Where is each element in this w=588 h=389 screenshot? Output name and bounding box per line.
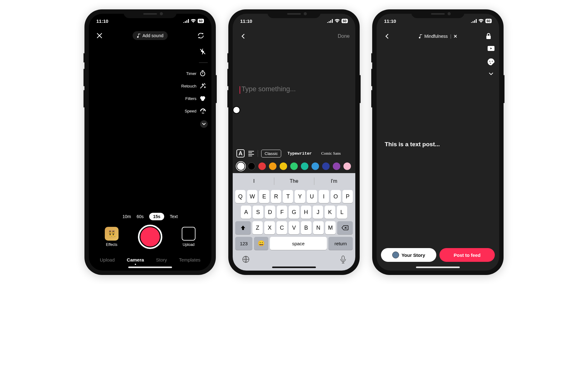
music-note-icon: [137, 33, 141, 38]
tab-upload[interactable]: Upload: [100, 257, 115, 262]
key-o[interactable]: O: [331, 190, 341, 203]
record-button[interactable]: [138, 225, 162, 249]
close-icon[interactable]: [94, 31, 104, 41]
font-comic-sans[interactable]: Comic Sans: [318, 150, 344, 157]
globe-key[interactable]: [242, 256, 250, 264]
key-r[interactable]: R: [271, 190, 281, 203]
font-typewriter[interactable]: Typewriter: [284, 150, 315, 157]
suggestion[interactable]: I: [234, 175, 274, 187]
key-j[interactable]: J: [313, 206, 323, 219]
effects-button[interactable]: 👯 Effects: [105, 227, 119, 247]
emoji-key[interactable]: 😀: [254, 237, 268, 250]
mic-key[interactable]: [340, 256, 346, 264]
home-indicator[interactable]: [416, 267, 460, 268]
home-indicator[interactable]: [128, 267, 172, 268]
shift-key[interactable]: [235, 221, 251, 234]
key-h[interactable]: H: [301, 206, 311, 219]
color-swatch[interactable]: [237, 162, 245, 170]
upload-button[interactable]: Upload: [182, 227, 195, 247]
key-y[interactable]: Y: [295, 190, 305, 203]
text-style-button[interactable]: A: [236, 149, 245, 157]
key-t[interactable]: T: [283, 190, 293, 203]
home-indicator[interactable]: [272, 267, 316, 268]
background-color-handle[interactable]: [233, 107, 240, 113]
key-z[interactable]: Z: [252, 221, 263, 234]
font-classic[interactable]: Classic: [261, 150, 281, 157]
chevron-down-icon: [489, 72, 493, 75]
color-swatch[interactable]: [301, 162, 308, 170]
duration-10m[interactable]: 10m: [123, 214, 131, 219]
key-l[interactable]: L: [337, 206, 347, 219]
key-e[interactable]: E: [259, 190, 269, 203]
stickers-button[interactable]: [487, 58, 495, 66]
svg-text:1x: 1x: [202, 112, 204, 114]
color-swatch[interactable]: [290, 162, 298, 170]
key-i[interactable]: I: [319, 190, 329, 203]
text-post-content[interactable]: This is a text post...: [385, 141, 440, 148]
numeric-key[interactable]: 123: [235, 237, 252, 250]
duration-text[interactable]: Text: [170, 214, 178, 219]
music-note-icon: [419, 34, 423, 38]
signal-icon: [183, 19, 189, 23]
done-button[interactable]: Done: [338, 33, 350, 39]
speed-button[interactable]: Speed 1x: [185, 108, 208, 114]
keyboard-suggestions: I The I'm: [234, 175, 354, 187]
duration-15s[interactable]: 15s: [149, 213, 164, 220]
color-swatch[interactable]: [269, 162, 276, 170]
key-d[interactable]: D: [265, 206, 275, 219]
backspace-key[interactable]: [337, 221, 353, 234]
camera-tools-panel: Timer Retouch Filters Speed: [181, 48, 208, 128]
color-swatch[interactable]: [248, 162, 255, 170]
post-to-feed-button[interactable]: Post to feed: [439, 248, 495, 262]
tab-templates[interactable]: Templates: [179, 257, 200, 262]
add-sound-button[interactable]: Add sound: [133, 31, 168, 40]
tab-camera[interactable]: Camera: [127, 257, 144, 262]
duration-60s[interactable]: 60s: [137, 214, 144, 219]
color-swatch[interactable]: [280, 162, 287, 170]
return-key[interactable]: return: [328, 237, 353, 250]
back-button[interactable]: [238, 31, 248, 41]
key-c[interactable]: C: [276, 221, 287, 234]
flash-button[interactable]: [200, 48, 208, 55]
key-f[interactable]: F: [277, 206, 287, 219]
suggestion[interactable]: I'm: [314, 175, 354, 187]
color-swatch[interactable]: [333, 162, 340, 170]
flip-camera-icon[interactable]: [196, 31, 206, 41]
timer-button[interactable]: Timer: [186, 70, 208, 77]
color-swatch[interactable]: [312, 162, 319, 170]
key-v[interactable]: V: [289, 221, 299, 234]
remove-sound-icon[interactable]: [454, 35, 457, 38]
privacy-button[interactable]: [484, 31, 494, 41]
color-swatch[interactable]: [322, 162, 330, 170]
expand-tools-button[interactable]: [200, 120, 208, 128]
key-s[interactable]: S: [253, 206, 263, 219]
key-x[interactable]: X: [264, 221, 275, 234]
key-n[interactable]: N: [313, 221, 324, 234]
key-p[interactable]: P: [342, 190, 353, 203]
key-q[interactable]: Q: [235, 190, 246, 203]
key-g[interactable]: G: [289, 206, 299, 219]
back-button[interactable]: [382, 31, 392, 41]
key-a[interactable]: A: [241, 206, 251, 219]
key-k[interactable]: K: [325, 206, 335, 219]
filters-button[interactable]: Filters: [185, 95, 208, 102]
sound-tag[interactable]: Mindfulness |: [419, 34, 457, 39]
key-w[interactable]: W: [247, 190, 257, 203]
avatar-icon: [392, 252, 399, 258]
text-input[interactable]: Type something...: [241, 85, 296, 93]
text-align-button[interactable]: [248, 150, 255, 157]
color-swatch[interactable]: [343, 162, 351, 170]
video-folder-icon: [487, 45, 495, 51]
svg-point-11: [489, 61, 490, 62]
space-key[interactable]: space: [270, 237, 327, 250]
save-video-button[interactable]: [487, 45, 495, 51]
color-swatch[interactable]: [258, 162, 266, 170]
key-b[interactable]: B: [301, 221, 312, 234]
your-story-button[interactable]: Your Story: [381, 248, 436, 262]
retouch-button[interactable]: Retouch: [181, 83, 208, 89]
key-m[interactable]: M: [325, 221, 336, 234]
key-u[interactable]: U: [307, 190, 317, 203]
expand-tools-button[interactable]: [489, 72, 493, 75]
suggestion[interactable]: The: [274, 175, 314, 187]
tab-story[interactable]: Story: [156, 257, 167, 262]
